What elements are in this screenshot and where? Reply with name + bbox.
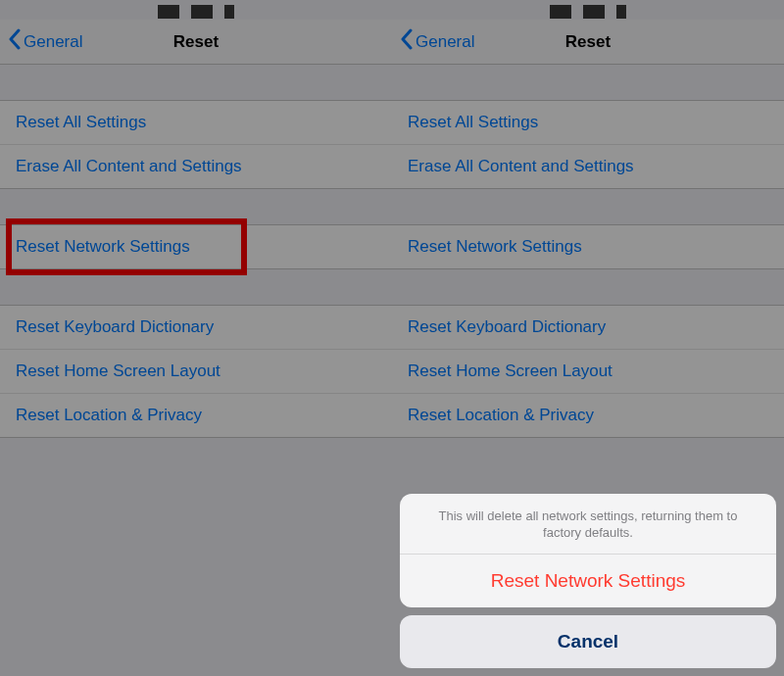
reset-group-1: Reset All Settings Erase All Content and… (0, 100, 392, 189)
back-label: General (416, 32, 474, 52)
status-bar (0, 0, 392, 20)
row-label: Reset All Settings (408, 113, 538, 132)
reset-network-settings-row[interactable]: Reset Network Settings (392, 225, 784, 268)
nav-bar: General Reset (392, 20, 784, 65)
row-label: Reset Home Screen Layout (16, 362, 220, 381)
action-sheet-confirm-button[interactable]: Reset Network Settings (400, 555, 776, 607)
row-label: Reset All Settings (16, 113, 146, 132)
row-label: Reset Keyboard Dictionary (408, 317, 606, 337)
nav-bar: General Reset (0, 20, 392, 65)
back-label: General (24, 32, 82, 52)
confirm-label: Reset Network Settings (491, 570, 686, 591)
reset-group-3: Reset Keyboard Dictionary Reset Home Scr… (392, 305, 784, 438)
reset-home-screen-row[interactable]: Reset Home Screen Layout (0, 350, 392, 394)
erase-all-row[interactable]: Erase All Content and Settings (0, 145, 392, 188)
status-bar (392, 0, 784, 20)
back-button[interactable]: General (400, 28, 474, 55)
row-label: Erase All Content and Settings (408, 157, 634, 176)
row-label: Reset Location & Privacy (408, 406, 594, 425)
right-screenshot: General Reset Reset All Settings Erase A… (392, 0, 784, 676)
cancel-label: Cancel (558, 631, 618, 652)
reset-group-3: Reset Keyboard Dictionary Reset Home Scr… (0, 305, 392, 438)
back-button[interactable]: General (8, 28, 82, 55)
row-label: Reset Location & Privacy (16, 406, 202, 425)
action-sheet-message: This will delete all network settings, r… (400, 494, 776, 555)
reset-home-screen-row[interactable]: Reset Home Screen Layout (392, 350, 784, 394)
row-label: Reset Network Settings (16, 237, 190, 257)
reset-location-privacy-row[interactable]: Reset Location & Privacy (0, 394, 392, 437)
reset-all-settings-row[interactable]: Reset All Settings (392, 101, 784, 145)
reset-group-1: Reset All Settings Erase All Content and… (392, 100, 784, 189)
row-label: Erase All Content and Settings (16, 157, 242, 176)
action-sheet-cancel-button[interactable]: Cancel (400, 615, 776, 668)
reset-keyboard-row[interactable]: Reset Keyboard Dictionary (0, 306, 392, 350)
erase-all-row[interactable]: Erase All Content and Settings (392, 145, 784, 188)
row-label: Reset Keyboard Dictionary (16, 317, 214, 337)
row-label: Reset Network Settings (408, 237, 582, 257)
back-chevron-icon (400, 28, 416, 55)
reset-all-settings-row[interactable]: Reset All Settings (0, 101, 392, 145)
action-sheet: This will delete all network settings, r… (400, 494, 776, 668)
reset-network-group: Reset Network Settings (392, 224, 784, 269)
reset-network-settings-row[interactable]: Reset Network Settings (0, 225, 392, 268)
row-label: Reset Home Screen Layout (408, 362, 612, 381)
action-sheet-main: This will delete all network settings, r… (400, 494, 776, 607)
reset-network-group: Reset Network Settings (0, 224, 392, 269)
left-screenshot: General Reset Reset All Settings Erase A… (0, 0, 392, 676)
reset-keyboard-row[interactable]: Reset Keyboard Dictionary (392, 306, 784, 350)
back-chevron-icon (8, 28, 24, 55)
reset-location-privacy-row[interactable]: Reset Location & Privacy (392, 394, 784, 437)
